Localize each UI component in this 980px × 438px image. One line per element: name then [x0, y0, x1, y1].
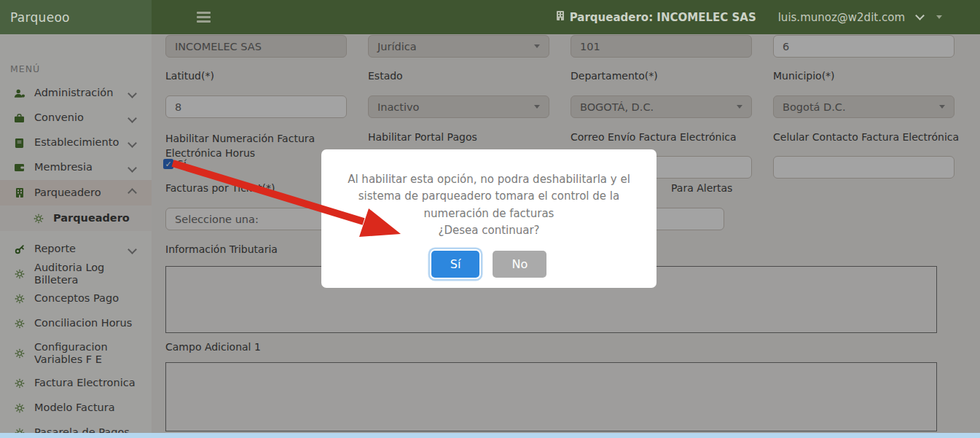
user-email[interactable]: luis.munoz@w2dit.com	[778, 11, 905, 24]
parqueadero-selector[interactable]: Parqueadero: INCOMELEC SAS	[556, 10, 756, 24]
yes-button[interactable]: Sí	[431, 251, 480, 278]
dialog-question: ¿Desea continuar?	[321, 222, 656, 239]
parqueadero-label: Parqueadero: INCOMELEC SAS	[570, 11, 756, 24]
app-logo: Parqueoo	[0, 0, 152, 34]
confirmation-dialog: Al habilitar esta opción, no podra desha…	[321, 149, 656, 288]
hamburger-menu-icon[interactable]	[197, 12, 211, 23]
building-icon	[556, 10, 565, 24]
chevron-down-icon[interactable]	[915, 11, 925, 20]
topbar-right: Parqueadero: INCOMELEC SAS luis.munoz@w2…	[556, 10, 980, 24]
dialog-message: Al habilitar esta opción, no podra desha…	[328, 171, 650, 222]
no-button[interactable]: No	[493, 251, 546, 278]
bottom-edge-strip	[0, 433, 980, 438]
caret-down-icon[interactable]	[936, 15, 942, 19]
top-bar: Parqueoo Parqueadero: INCOMELEC SAS luis…	[0, 0, 980, 34]
